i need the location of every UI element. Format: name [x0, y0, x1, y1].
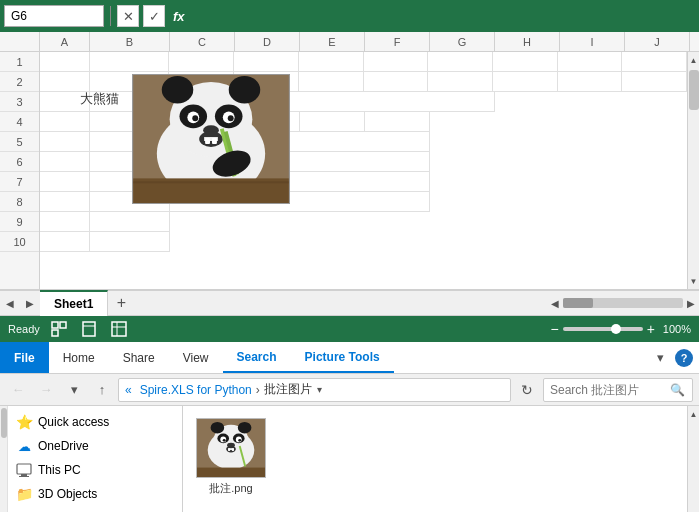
sidebar-item-3d-objects[interactable]: 📁 3D Objects [8, 482, 182, 506]
col-header-d[interactable]: D [235, 32, 300, 51]
name-box[interactable]: G6 [4, 5, 104, 27]
cell-e1[interactable] [299, 52, 364, 72]
row-num-4[interactable]: 4 [0, 112, 39, 132]
row-num-6[interactable]: 6 [0, 152, 39, 172]
cell-g1[interactable] [428, 52, 493, 72]
sheet-scroll-left[interactable]: ◀ [0, 290, 20, 316]
cell-b1[interactable] [90, 52, 170, 72]
scroll-up-btn[interactable]: ▲ [688, 52, 700, 68]
right-scrollbar[interactable]: ▲ ▼ [687, 52, 699, 289]
cell-j1[interactable] [622, 52, 687, 72]
cell-c1[interactable] [169, 52, 234, 72]
cell-i1[interactable] [558, 52, 623, 72]
cell-b9[interactable] [90, 212, 170, 232]
sidebar-item-onedrive[interactable]: ☁ OneDrive [8, 434, 182, 458]
row-num-2[interactable]: 2 [0, 72, 39, 92]
add-sheet-button[interactable]: + [108, 290, 134, 316]
col-header-h[interactable]: H [495, 32, 560, 51]
tab-search[interactable]: Search [223, 342, 291, 373]
page-layout-view-btn[interactable] [78, 318, 100, 340]
scrollbar-thumb[interactable] [689, 70, 699, 110]
tab-picture-tools[interactable]: Picture Tools [291, 342, 394, 373]
scroll-right-btn[interactable]: ▶ [683, 298, 699, 309]
cell-g2[interactable] [428, 72, 493, 92]
zoom-plus[interactable]: + [647, 321, 655, 337]
zoom-slider[interactable] [563, 327, 643, 331]
normal-view-btn[interactable] [108, 318, 130, 340]
file-area-scrollbar[interactable]: ▲ ▼ [687, 406, 699, 512]
back-button[interactable]: ← [6, 378, 30, 402]
tab-share[interactable]: Share [109, 342, 169, 373]
up-button[interactable]: ↑ [90, 378, 114, 402]
refresh-button[interactable]: ↻ [515, 378, 539, 402]
cancel-button[interactable]: ✕ [117, 5, 139, 27]
page-break-view-btn[interactable] [48, 318, 70, 340]
cell-h2[interactable] [493, 72, 558, 92]
col-header-j[interactable]: J [625, 32, 690, 51]
sidebar-scroll-thumb[interactable] [1, 408, 7, 438]
cell-f4[interactable] [365, 112, 430, 132]
zoom-slider-thumb[interactable] [611, 324, 621, 334]
col-header-e[interactable]: E [300, 32, 365, 51]
col-header-a[interactable]: A [40, 32, 90, 51]
grid-cells[interactable]: 大熊猫 ↗ [40, 52, 687, 289]
sheet-scroll-right[interactable]: ▶ [20, 290, 40, 316]
scrollbar-track[interactable] [688, 68, 700, 273]
cell-d1[interactable] [234, 52, 299, 72]
scroll-down-btn[interactable]: ▼ [688, 273, 700, 289]
cell-e2[interactable] [299, 72, 364, 92]
cell-h1[interactable] [493, 52, 558, 72]
tab-home[interactable]: Home [49, 342, 109, 373]
col-header-b[interactable]: B [90, 32, 170, 51]
sidebar-item-quick-access[interactable]: ⭐ Quick access [8, 410, 182, 434]
breadcrumb[interactable]: « Spire.XLS for Python › 批注图片 ▾ [118, 378, 511, 402]
cell-a1[interactable] [40, 52, 90, 72]
cell-f2[interactable] [364, 72, 429, 92]
scroll-left-btn[interactable]: ◀ [547, 298, 563, 309]
zoom-minus[interactable]: − [550, 321, 558, 337]
col-header-i[interactable]: I [560, 32, 625, 51]
cell-a2[interactable] [40, 72, 90, 92]
file-scroll-track[interactable] [688, 422, 700, 512]
minimize-ribbon-btn[interactable]: ▾ [649, 347, 671, 369]
cell-a9[interactable] [40, 212, 90, 232]
breadcrumb-dropdown[interactable]: ▾ [312, 384, 328, 395]
row-num-3[interactable]: 3 [0, 92, 39, 112]
search-box[interactable]: 🔍 [543, 378, 693, 402]
breadcrumb-spire[interactable]: Spire.XLS for Python [140, 383, 252, 397]
cell-f1[interactable] [364, 52, 429, 72]
recent-locations-button[interactable]: ▾ [62, 378, 86, 402]
confirm-button[interactable]: ✓ [143, 5, 165, 27]
cell-b10[interactable] [90, 232, 170, 252]
cell-a10[interactable] [40, 232, 90, 252]
cell-a6[interactable] [40, 152, 90, 172]
row-num-8[interactable]: 8 [0, 192, 39, 212]
cell-e4[interactable] [300, 112, 365, 132]
row-num-1[interactable]: 1 [0, 52, 39, 72]
search-input[interactable] [550, 383, 670, 397]
cell-a4[interactable] [40, 112, 90, 132]
col-header-c[interactable]: C [170, 32, 235, 51]
breadcrumb-home[interactable]: « [125, 383, 132, 397]
sidebar-item-this-pc[interactable]: This PC [8, 458, 182, 482]
cell-a7[interactable] [40, 172, 90, 192]
col-header-f[interactable]: F [365, 32, 430, 51]
col-header-g[interactable]: G [430, 32, 495, 51]
file-item-panda[interactable]: 批注.png [191, 414, 271, 500]
cell-a8[interactable] [40, 192, 90, 212]
row-num-9[interactable]: 9 [0, 212, 39, 232]
horizontal-scrollbar[interactable] [563, 298, 683, 308]
row-num-10[interactable]: 10 [0, 232, 39, 252]
sidebar-left-scrollbar[interactable] [0, 406, 8, 512]
help-btn[interactable]: ? [675, 349, 693, 367]
h-scrollbar-thumb[interactable] [563, 298, 593, 308]
cell-a5[interactable] [40, 132, 90, 152]
spreadsheet-image[interactable] [132, 74, 290, 204]
tab-view[interactable]: View [169, 342, 223, 373]
forward-button[interactable]: → [34, 378, 58, 402]
row-num-7[interactable]: 7 [0, 172, 39, 192]
file-scroll-up[interactable]: ▲ [688, 406, 700, 422]
sheet-tab-sheet1[interactable]: Sheet1 [40, 290, 108, 316]
tab-file[interactable]: File [0, 342, 49, 373]
cell-j2[interactable] [622, 72, 687, 92]
